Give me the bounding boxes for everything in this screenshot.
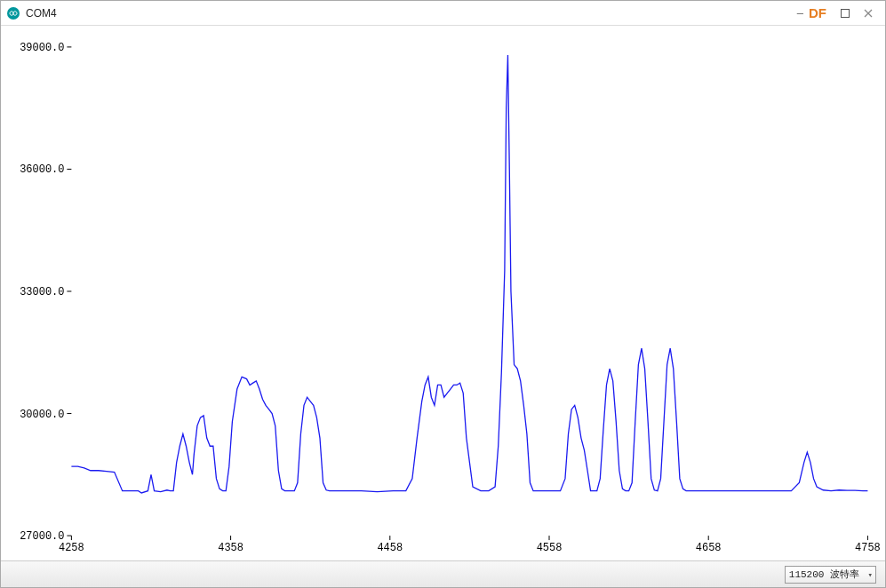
maximize-button[interactable] — [834, 4, 857, 22]
titlebar[interactable]: COM4 – DF — [1, 1, 885, 26]
y-tick-label: 36000.0 — [20, 163, 64, 176]
y-tick-label: 30000.0 — [20, 409, 64, 421]
statusbar: 115200 波特率 ▾ — [1, 560, 885, 587]
window-title: COM4 — [26, 7, 57, 20]
y-tick-label: 27000.0 — [20, 530, 64, 543]
y-tick-label: 39000.0 — [20, 42, 64, 54]
plot-area: 27000.030000.033000.036000.039000.042584… — [1, 26, 885, 560]
plot-svg: 27000.030000.033000.036000.039000.042584… — [1, 26, 885, 560]
serial-plotter-window: COM4 – DF 27000.030000.033000.036000.039… — [0, 0, 886, 588]
x-tick-label: 4458 — [377, 542, 403, 554]
baud-rate-value: 115200 波特率 — [789, 568, 859, 581]
data-series-line — [71, 55, 867, 493]
x-tick-label: 4558 — [537, 542, 563, 554]
svg-rect-1 — [842, 9, 850, 17]
x-tick-label: 4658 — [696, 542, 722, 554]
close-button[interactable] — [857, 4, 880, 22]
y-tick-label: 33000.0 — [20, 286, 64, 298]
baud-rate-select[interactable]: 115200 波特率 ▾ — [785, 566, 876, 584]
arduino-icon — [6, 6, 20, 20]
chevron-down-icon: ▾ — [868, 569, 873, 579]
x-tick-label: 4358 — [218, 542, 243, 554]
x-tick-label: 4258 — [59, 542, 84, 554]
x-tick-label: 4758 — [855, 542, 881, 554]
minimize-hint: – — [797, 6, 803, 20]
df-badge: DF — [809, 5, 826, 20]
